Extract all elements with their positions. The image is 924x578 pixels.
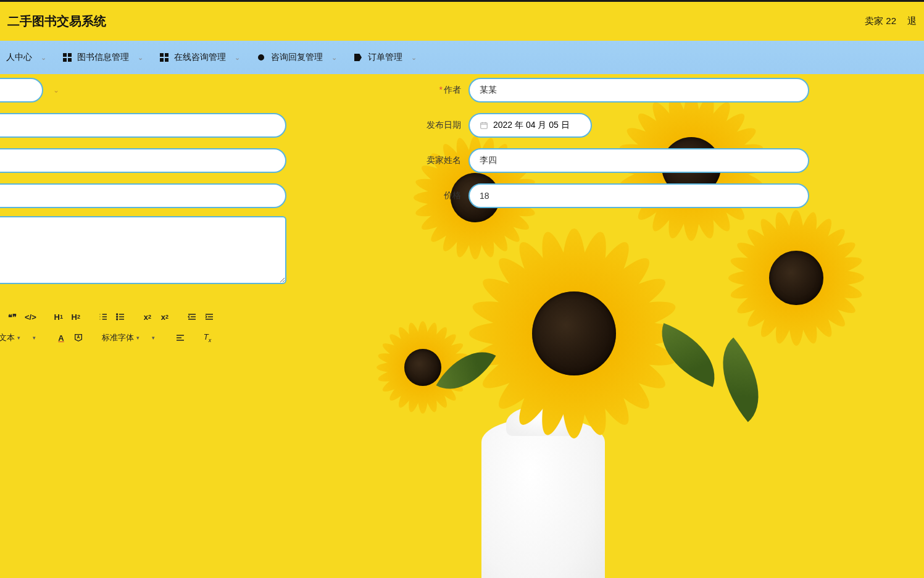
toolbar-dropdown-icon[interactable]: ▾ <box>27 330 41 346</box>
chevron-down-icon: ⌄ <box>138 54 143 62</box>
code-button[interactable]: </> <box>22 309 39 325</box>
svg-point-2 <box>116 316 117 317</box>
svg-text:A: A <box>77 335 80 339</box>
nav-item-label: 人中心 <box>6 52 32 63</box>
main-navbar: 人中心 ⌄ 图书信息管理 ⌄ 在线咨询管理 ⌄ 咨询回复管理 ⌄ 订单管理 ⌄ <box>0 41 924 74</box>
heading2-button[interactable]: H2 <box>69 309 83 325</box>
grid-icon <box>62 52 72 62</box>
chevron-down-icon: ⌄ <box>235 54 240 62</box>
logout-link[interactable]: 退 <box>907 15 917 27</box>
svg-rect-0 <box>481 123 488 128</box>
font-family-select[interactable]: 标准字体▾ <box>98 332 143 343</box>
price-label: 价格 <box>444 190 461 200</box>
text-style-select[interactable]: 文本▾ <box>0 332 24 343</box>
bullet-list-button[interactable] <box>113 309 128 325</box>
toolbar-dropdown-icon-2[interactable]: ▾ <box>146 330 160 346</box>
nav-item-label: 图书信息管理 <box>77 52 129 63</box>
nav-consult-reply-manage[interactable]: 咨询回复管理 ⌄ <box>250 41 343 74</box>
clear-format-button[interactable]: Tx <box>200 330 215 346</box>
subscript-button[interactable]: x2 <box>140 309 155 325</box>
svg-point-3 <box>116 319 117 320</box>
seller-label: 卖家姓名 <box>427 155 461 165</box>
indent-button[interactable] <box>202 309 217 325</box>
nav-order-manage[interactable]: 订单管理 ⌄ <box>347 41 423 74</box>
blockquote-button[interactable]: ❝❞ <box>5 309 20 325</box>
pubdate-label: 发布日期 <box>427 120 461 130</box>
author-label: 作者 <box>444 85 461 94</box>
user-label[interactable]: 卖家 22 <box>865 15 896 27</box>
ordered-list-button[interactable] <box>96 309 110 325</box>
chevron-down-icon: ⌄ <box>53 86 59 94</box>
left-input-2[interactable] <box>0 113 286 138</box>
nav-item-label: 订单管理 <box>368 52 402 63</box>
grid-icon <box>159 52 169 62</box>
pubdate-input[interactable]: 2022 年 04 月 05 日 <box>468 113 592 138</box>
left-textarea[interactable] <box>0 216 286 284</box>
left-select-field[interactable] <box>0 78 43 103</box>
price-input[interactable] <box>468 183 809 208</box>
svg-point-1 <box>116 314 117 315</box>
nav-item-label: 在线咨询管理 <box>174 52 226 63</box>
highlight-color-button[interactable]: A <box>71 330 86 346</box>
align-button[interactable] <box>173 330 188 346</box>
tag-icon <box>353 52 363 62</box>
nav-item-label: 咨询回复管理 <box>271 52 323 63</box>
nav-book-info-manage[interactable]: 图书信息管理 ⌄ <box>56 41 149 74</box>
nav-personal-center[interactable]: 人中心 ⌄ <box>0 41 52 74</box>
chevron-down-icon: ⌄ <box>411 54 417 62</box>
chevron-down-icon: ⌄ <box>41 54 46 62</box>
editor-toolbar: S ❝❞ </> H1 H2 x2 x2 <box>0 305 290 350</box>
pubdate-value: 2022 年 04 月 05 日 <box>493 120 570 131</box>
rich-text-editor: S ❝❞ </> H1 H2 x2 x2 <box>0 305 290 350</box>
heading1-button[interactable]: H1 <box>51 309 66 325</box>
app-header: 二手图书交易系统 卖家 22 退 <box>0 0 924 41</box>
left-input-4[interactable] <box>0 183 286 208</box>
seller-name-input[interactable] <box>468 148 809 173</box>
pin-icon <box>256 52 266 62</box>
superscript-button[interactable]: x2 <box>157 309 172 325</box>
chevron-down-icon: ⌄ <box>331 54 337 62</box>
font-color-button[interactable]: A <box>54 330 69 346</box>
calendar-icon <box>480 121 488 130</box>
app-title: 二手图书交易系统 <box>7 13 106 30</box>
author-input[interactable] <box>468 78 809 103</box>
left-input-3[interactable] <box>0 148 286 173</box>
form-content: ⌄ *作者 发布日期 2022 年 04 月 05 日 卖家姓名 价格 <box>0 74 924 578</box>
outdent-button[interactable] <box>185 309 199 325</box>
nav-online-consult-manage[interactable]: 在线咨询管理 ⌄ <box>153 41 246 74</box>
